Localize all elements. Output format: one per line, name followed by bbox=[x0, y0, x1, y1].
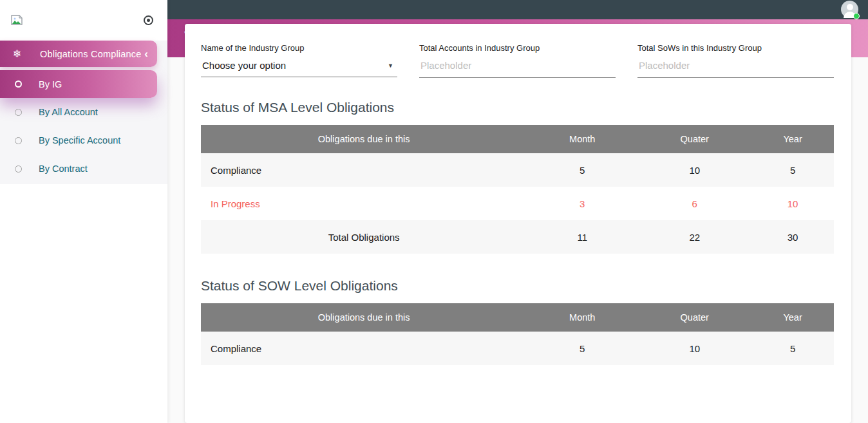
content-area: Name of the Industry Group Choose your o… bbox=[167, 57, 868, 423]
column-header: Obligations due in this bbox=[201, 303, 527, 332]
dropdown-arrow-icon: ▼ bbox=[388, 62, 393, 69]
online-status-dot bbox=[853, 13, 860, 19]
table-row: Compliance5105 bbox=[201, 153, 834, 187]
table-row: Compliance5105 bbox=[201, 332, 834, 365]
total-sows-input[interactable] bbox=[637, 58, 834, 78]
filter-form: Name of the Industry Group Choose your o… bbox=[201, 43, 834, 78]
value-cell: 5 bbox=[527, 332, 637, 365]
column-header: Year bbox=[751, 303, 834, 332]
value-cell: 30 bbox=[751, 220, 834, 254]
sidebar-item-by-specific-account[interactable]: By Specific Account bbox=[0, 126, 167, 155]
column-header: Obligations due in this bbox=[201, 125, 527, 153]
radio-circle-icon bbox=[15, 80, 22, 88]
value-cell: 5 bbox=[751, 332, 834, 365]
msa-obligations-table: Obligations due in thisMonthQuaterYear C… bbox=[201, 125, 834, 254]
sidebar-menu: ❄ Obligations Compliance ‹ By IG By All … bbox=[0, 41, 167, 183]
row-label-cell: In Progress bbox=[201, 187, 527, 220]
user-avatar[interactable] bbox=[841, 1, 858, 18]
sidebar-toggle-icon[interactable] bbox=[144, 15, 153, 25]
table-row: In Progress3610 bbox=[201, 187, 834, 220]
table-header-row: Obligations due in thisMonthQuaterYear bbox=[201, 303, 834, 332]
column-header: Quater bbox=[637, 303, 751, 332]
value-cell: 11 bbox=[527, 220, 637, 254]
sidebar-item-obligations-compliance[interactable]: ❄ Obligations Compliance ‹ bbox=[0, 41, 157, 67]
main-card: Name of the Industry Group Choose your o… bbox=[185, 24, 851, 423]
sow-section-title: Status of SOW Level Obligations bbox=[201, 278, 834, 294]
broken-logo-image-icon bbox=[10, 14, 23, 27]
radio-circle-icon bbox=[15, 109, 22, 116]
column-header: Month bbox=[527, 303, 637, 332]
app-root: ❄ Obligations Compliance ‹ By IG By All … bbox=[0, 0, 868, 423]
sidebar-header bbox=[0, 0, 167, 41]
sidebar-item-by-ig[interactable]: By IG bbox=[0, 70, 157, 98]
value-cell: 10 bbox=[637, 332, 751, 365]
radio-circle-icon bbox=[15, 165, 22, 173]
value-cell: 3 bbox=[527, 187, 637, 220]
radio-circle-icon bbox=[15, 137, 22, 144]
column-header: Year bbox=[751, 125, 834, 153]
chevron-left-icon: ‹ bbox=[144, 48, 148, 59]
sidebar-item-by-all-account[interactable]: By All Account bbox=[0, 98, 167, 126]
table-row: Total Obligations112230 bbox=[201, 220, 834, 254]
sidebar-item-label: By Specific Account bbox=[39, 135, 120, 146]
total-accounts-input[interactable] bbox=[419, 58, 616, 78]
sidebar-item-label: By All Account bbox=[39, 107, 98, 117]
msa-section-title: Status of MSA Level Obligations bbox=[201, 100, 834, 115]
main-area: View Overall Industry Level Obligation S… bbox=[167, 0, 868, 423]
value-cell: 6 bbox=[637, 187, 751, 220]
snowflake-icon: ❄ bbox=[13, 49, 24, 59]
avatar-person-icon bbox=[847, 4, 853, 10]
industry-group-select[interactable]: Choose your option ▼ bbox=[201, 58, 397, 77]
select-value: Choose your option bbox=[202, 60, 286, 71]
column-header: Month bbox=[527, 125, 637, 153]
sidebar: ❄ Obligations Compliance ‹ By IG By All … bbox=[0, 0, 167, 423]
field-label: Name of the Industry Group bbox=[201, 43, 397, 53]
value-cell: 10 bbox=[751, 187, 834, 220]
row-label-cell: Compliance bbox=[201, 153, 527, 187]
value-cell: 10 bbox=[637, 153, 751, 187]
table-header-row: Obligations due in thisMonthQuaterYear bbox=[201, 125, 834, 153]
sow-obligations-table: Obligations due in thisMonthQuaterYear C… bbox=[201, 303, 834, 365]
column-header: Quater bbox=[637, 125, 751, 153]
value-cell: 22 bbox=[637, 220, 751, 254]
industry-group-field: Name of the Industry Group Choose your o… bbox=[201, 43, 397, 78]
value-cell: 5 bbox=[751, 153, 834, 187]
total-sows-field: Total SoWs in this Industry Group bbox=[637, 43, 834, 78]
total-accounts-field: Total Accounts in Industry Group bbox=[419, 43, 616, 78]
top-header bbox=[167, 0, 868, 19]
sidebar-item-label: By Contract bbox=[39, 164, 88, 174]
field-label: Total SoWs in this Industry Group bbox=[637, 43, 834, 53]
sidebar-item-label: By IG bbox=[39, 79, 62, 89]
row-label-cell: Compliance bbox=[201, 332, 527, 365]
value-cell: 5 bbox=[527, 153, 637, 187]
field-label: Total Accounts in Industry Group bbox=[419, 43, 616, 53]
row-label-cell: Total Obligations bbox=[201, 220, 527, 254]
sidebar-item-label: Obligations Compliance bbox=[40, 49, 142, 59]
sidebar-item-by-contract[interactable]: By Contract bbox=[0, 155, 167, 183]
